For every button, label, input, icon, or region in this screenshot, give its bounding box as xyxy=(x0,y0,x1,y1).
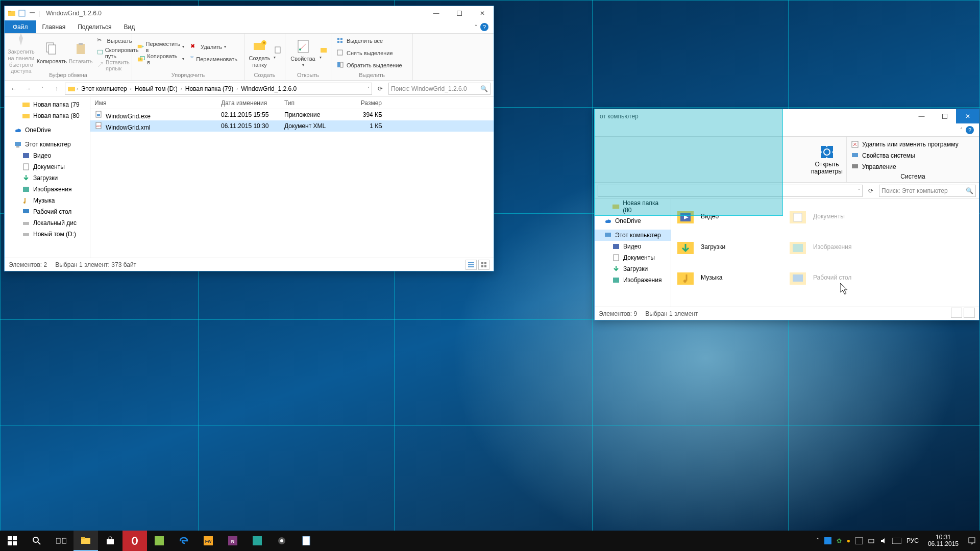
nav-this-pc[interactable]: Этот компьютер xyxy=(595,230,671,241)
tray-icon[interactable]: ● xyxy=(847,537,850,544)
select-all-button[interactable]: Выделить все xyxy=(334,35,409,46)
edge-taskbar-button[interactable] xyxy=(172,531,196,551)
pin-button[interactable]: Закрепить на панели быстрого доступа xyxy=(8,36,35,70)
tray-icon[interactable] xyxy=(824,537,831,544)
nav-downloads[interactable]: Загрузки xyxy=(5,172,90,184)
search-input[interactable]: Поиск: Этот компьютер 🔍 xyxy=(879,185,976,197)
start-button[interactable] xyxy=(0,531,24,551)
copy-button[interactable]: Копировать xyxy=(37,36,67,70)
history-dropdown[interactable]: ˅ xyxy=(368,86,370,91)
network-icon[interactable] xyxy=(868,537,875,544)
volume-icon[interactable] xyxy=(880,537,887,544)
recent-button[interactable]: ˅ xyxy=(36,83,48,95)
up-button[interactable]: ↑ xyxy=(51,83,63,95)
close-button[interactable]: ✕ xyxy=(471,6,494,20)
file-row[interactable]: WindowGrid.exe 02.11.2015 15:55 Приложен… xyxy=(90,109,494,120)
nav-documents[interactable]: Документы xyxy=(5,161,90,172)
tray-icon[interactable] xyxy=(855,537,863,544)
nav-downloads[interactable]: Загрузки xyxy=(595,263,671,274)
paste-shortcut-button[interactable]: Вставить ярлык xyxy=(95,60,143,71)
nav-music[interactable]: Музыка xyxy=(5,195,90,206)
system-properties-button[interactable]: Свойства системы xyxy=(851,150,975,161)
nav-videos[interactable]: Видео xyxy=(595,241,671,252)
explorer-window-1[interactable]: | WindowGrid_1.2.6.0 — ✕ Файл Главная По… xyxy=(4,6,494,271)
language-indicator[interactable]: РУС xyxy=(906,537,919,544)
manage-button[interactable]: Управление xyxy=(851,161,975,172)
nav-new-volume[interactable]: Новый том (D:) xyxy=(5,229,90,240)
nav-videos[interactable]: Видео xyxy=(5,150,90,161)
nav-pane[interactable]: Новая папка (79 Новая папка (80 OneDrive… xyxy=(5,97,90,258)
help-icon[interactable]: ? xyxy=(480,23,488,31)
properties-button[interactable]: Свойства▾ xyxy=(288,36,317,70)
select-none-button[interactable]: Снять выделение xyxy=(334,47,409,59)
nav-desktop[interactable]: Рабочий стол xyxy=(5,206,90,217)
minimize-button[interactable]: — xyxy=(910,109,933,123)
icons-view-button[interactable] xyxy=(964,308,975,318)
app3-taskbar-button[interactable] xyxy=(270,531,294,551)
onenote-taskbar-button[interactable]: N xyxy=(220,531,245,551)
titlebar[interactable]: | WindowGrid_1.2.6.0 — ✕ xyxy=(5,6,494,20)
nav-documents[interactable]: Документы xyxy=(595,252,671,263)
app2-taskbar-button[interactable] xyxy=(245,531,270,551)
open-settings-button[interactable]: Открыть параметры xyxy=(812,142,842,177)
app-taskbar-button[interactable] xyxy=(147,531,172,551)
fw-taskbar-button[interactable]: Fw xyxy=(196,531,220,551)
help-icon[interactable]: ? xyxy=(966,126,974,134)
tile-pictures[interactable]: Изображения xyxy=(788,234,890,260)
copy-to-button[interactable]: Копировать в▾ xyxy=(135,54,186,65)
delete-button[interactable]: ✖Удалить▾ xyxy=(188,41,232,53)
notepad-taskbar-button[interactable] xyxy=(294,531,318,551)
tray-icon[interactable]: ✿ xyxy=(837,537,842,544)
move-to-button[interactable]: Переместить в▾ xyxy=(135,41,186,53)
history-dropdown[interactable]: ˅ xyxy=(858,188,860,193)
file-row[interactable]: xmlWindowGrid.xml 06.11.2015 10:30 Докум… xyxy=(90,120,494,132)
search-input[interactable]: Поиск: WindowGrid_1.2.6.0 🔍 xyxy=(388,83,491,95)
nav-this-pc[interactable]: Этот компьютер xyxy=(5,139,90,150)
collapse-ribbon-icon[interactable]: ˄ xyxy=(475,24,477,30)
nav-onedrive[interactable]: OneDrive xyxy=(595,215,671,227)
explorer-taskbar-button[interactable] xyxy=(74,531,98,551)
invert-selection-button[interactable]: Обратить выделение xyxy=(334,60,409,71)
tray-chevron-icon[interactable]: ˄ xyxy=(816,537,819,544)
nav-item[interactable]: Новая папка (80 xyxy=(5,110,90,121)
dropdown-icon[interactable] xyxy=(28,9,36,17)
system-tray[interactable]: ˄ ✿ ● РУС 10:31 06.11.2015 xyxy=(812,534,980,547)
nav-pictures[interactable]: Изображения xyxy=(595,274,671,286)
breadcrumb[interactable]: › Этот компьютер› Новый том (D:)› Новая … xyxy=(65,83,372,95)
properties-icon[interactable] xyxy=(18,9,26,17)
rename-button[interactable]: Переименовать xyxy=(188,54,239,65)
tab-home[interactable]: Главная xyxy=(36,20,72,33)
uninstall-button[interactable]: Удалить или изменить программу xyxy=(851,139,975,150)
back-button[interactable]: ← xyxy=(8,83,20,95)
close-button[interactable]: ✕ xyxy=(956,109,979,123)
collapse-ribbon-icon[interactable]: ˄ xyxy=(960,127,963,133)
opera-taskbar-button[interactable] xyxy=(122,531,147,551)
details-view-button[interactable] xyxy=(465,260,477,270)
clock[interactable]: 10:31 06.11.2015 xyxy=(924,534,963,547)
maximize-button[interactable] xyxy=(448,6,471,20)
tab-view[interactable]: Вид xyxy=(117,20,141,33)
tab-share[interactable]: Поделиться xyxy=(71,20,117,33)
nav-onedrive[interactable]: OneDrive xyxy=(5,124,90,136)
file-list[interactable]: Имя Дата изменения Тип Размер WindowGrid… xyxy=(90,97,494,258)
refresh-button[interactable]: ⟳ xyxy=(865,185,877,197)
details-view-button[interactable] xyxy=(951,308,962,318)
minimize-button[interactable]: — xyxy=(425,6,448,20)
tile-downloads[interactable]: Загрузки xyxy=(675,234,777,260)
maximize-button[interactable] xyxy=(933,109,956,123)
tile-documents[interactable]: Документы xyxy=(788,203,890,230)
icons-view-button[interactable] xyxy=(478,260,489,270)
tile-desktop[interactable]: Рабочий стол xyxy=(788,264,890,291)
keyboard-icon[interactable] xyxy=(892,538,901,544)
new-item-icon[interactable] xyxy=(274,46,282,54)
nav-pictures[interactable]: Изображения xyxy=(5,184,90,195)
store-taskbar-button[interactable] xyxy=(98,531,122,551)
column-headers[interactable]: Имя Дата изменения Тип Размер xyxy=(90,97,494,109)
search-button[interactable] xyxy=(24,531,49,551)
nav-item[interactable]: Новая папка (79 xyxy=(5,99,90,110)
paste-button[interactable]: Вставить xyxy=(69,36,93,70)
taskbar[interactable]: Fw N ˄ ✿ ● РУС 10:31 06.11.2015 xyxy=(0,531,980,551)
new-folder-button[interactable]: ✦Создать папку xyxy=(248,36,272,70)
forward-button[interactable]: → xyxy=(22,83,34,95)
notifications-icon[interactable] xyxy=(968,537,976,545)
